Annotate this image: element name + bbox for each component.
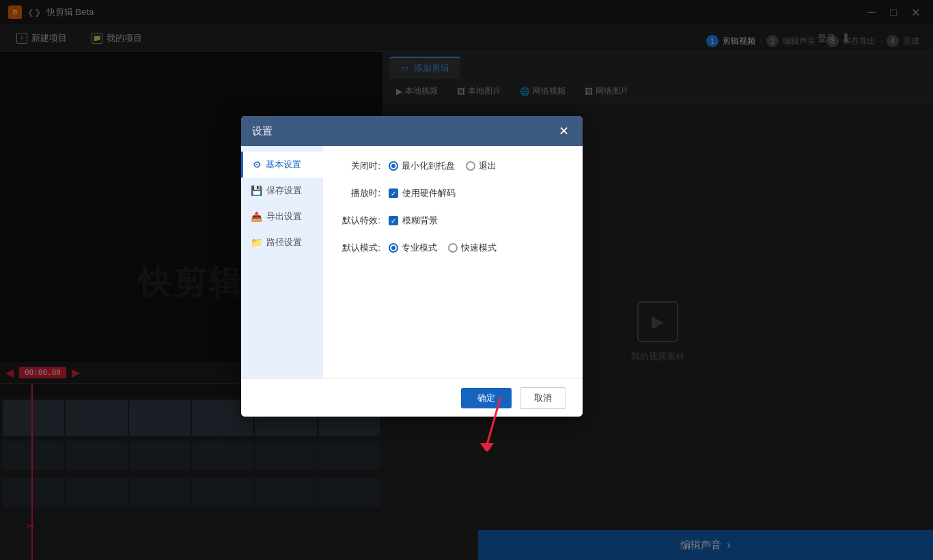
save-icon: 💾 bbox=[251, 185, 262, 196]
export-icon: 📤 bbox=[251, 211, 262, 222]
dialog-sidebar: ⚙ 基本设置 💾 保存设置 📤 导出设置 📁 路径设置 bbox=[241, 146, 323, 378]
blur-checkbox: ✓ bbox=[389, 216, 398, 225]
setting-mode-label: 默认模式: bbox=[339, 242, 380, 254]
radio-pro-mode[interactable]: 专业模式 bbox=[389, 242, 437, 254]
modal-overlay[interactable]: 设置 ✕ ⚙ 基本设置 💾 保存设置 📤 导出设置 📁 bbox=[0, 0, 933, 560]
sidebar-item-export[interactable]: 📤 导出设置 bbox=[241, 204, 323, 229]
close-options: 最小化到托盘 退出 bbox=[389, 160, 497, 172]
setting-close-row: 关闭时: 最小化到托盘 退出 bbox=[339, 160, 566, 172]
effect-options: ✓ 模糊背景 bbox=[389, 214, 438, 227]
gear-icon: ⚙ bbox=[253, 159, 262, 170]
setting-play-label: 播放时: bbox=[339, 187, 380, 199]
checkbox-blur[interactable]: ✓ 模糊背景 bbox=[389, 214, 438, 227]
hardware-checkbox: ✓ bbox=[389, 188, 398, 198]
cancel-button[interactable]: 取消 bbox=[520, 387, 566, 409]
dialog-body: ⚙ 基本设置 💾 保存设置 📤 导出设置 📁 路径设置 bbox=[241, 146, 583, 378]
sidebar-item-basic[interactable]: ⚙ 基本设置 bbox=[241, 152, 323, 178]
radio-quick-mode[interactable]: 快速模式 bbox=[448, 242, 497, 254]
sidebar-item-save[interactable]: 💾 保存设置 bbox=[241, 178, 323, 204]
settings-dialog: 设置 ✕ ⚙ 基本设置 💾 保存设置 📤 导出设置 📁 bbox=[241, 116, 583, 417]
radio-quick-circle bbox=[448, 243, 458, 253]
radio-minimize-circle bbox=[389, 161, 398, 171]
dialog-close-button[interactable]: ✕ bbox=[555, 123, 572, 139]
dialog-content: 关闭时: 最小化到托盘 退出 播放时: bbox=[323, 146, 583, 378]
setting-play-row: 播放时: ✓ 使用硬件解码 bbox=[339, 187, 566, 199]
radio-exit-circle bbox=[466, 161, 475, 171]
dialog-title: 设置 bbox=[252, 125, 273, 138]
radio-minimize[interactable]: 最小化到托盘 bbox=[389, 160, 455, 172]
radio-pro-circle bbox=[389, 243, 398, 253]
dialog-title-bar: 设置 ✕ bbox=[241, 116, 583, 146]
mode-options: 专业模式 快速模式 bbox=[389, 242, 497, 254]
sidebar-item-path[interactable]: 📁 路径设置 bbox=[241, 229, 323, 255]
setting-effect-label: 默认特效: bbox=[339, 214, 380, 227]
confirm-button[interactable]: 确定 bbox=[461, 388, 512, 408]
dialog-footer: 确定 取消 bbox=[241, 378, 583, 417]
play-options: ✓ 使用硬件解码 bbox=[389, 187, 456, 199]
folder-path-icon: 📁 bbox=[251, 237, 262, 248]
checkbox-hardware[interactable]: ✓ 使用硬件解码 bbox=[389, 187, 456, 199]
setting-close-label: 关闭时: bbox=[339, 160, 380, 172]
svg-marker-1 bbox=[480, 443, 494, 451]
setting-effect-row: 默认特效: ✓ 模糊背景 bbox=[339, 214, 566, 227]
setting-mode-row: 默认模式: 专业模式 快速模式 bbox=[339, 242, 566, 254]
radio-exit[interactable]: 退出 bbox=[466, 160, 497, 172]
